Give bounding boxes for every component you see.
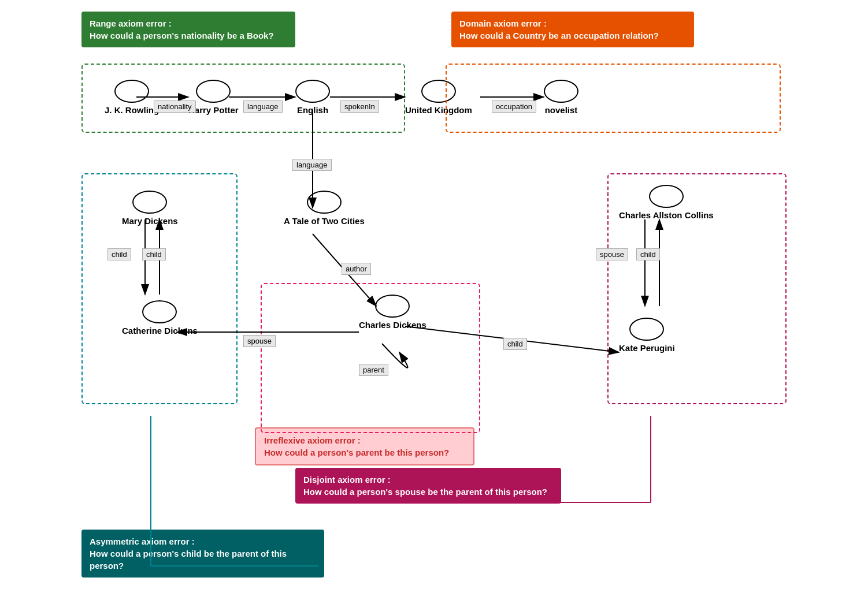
region-green: [81, 64, 405, 133]
domain-error-title: Domain axiom error :: [459, 18, 547, 28]
range-error-desc: How could a person's nationality be a Bo…: [90, 31, 274, 40]
edge-spouse2: spouse: [596, 248, 628, 260]
edge-child3: child: [503, 338, 527, 350]
tale-two-cities-ellipse: [307, 191, 342, 214]
edge-language1: language: [243, 100, 283, 113]
edge-language2: language: [292, 159, 332, 171]
edge-spouse1: spouse: [243, 335, 276, 347]
domain-error-desc: How could a Country be an occupation rel…: [459, 31, 659, 40]
irreflexive-error-title: Irreflexive axiom error :: [264, 435, 361, 445]
edge-occupation: occupation: [492, 100, 536, 113]
region-orange: [446, 64, 781, 133]
asymmetric-error-box: Asymmetric axiom error : How could a per…: [81, 530, 324, 578]
range-error-box: Range axiom error : How could a person's…: [81, 12, 295, 47]
disjoint-error-box: Disjoint axiom error : How could a perso…: [295, 468, 561, 504]
range-error-title: Range axiom error :: [90, 18, 172, 28]
region-teal: [81, 173, 238, 404]
edge-spokenin: spokenIn: [340, 100, 379, 113]
domain-error-box: Domain axiom error : How could a Country…: [451, 12, 694, 47]
asymmetric-error-title: Asymmetric axiom error :: [90, 537, 195, 546]
region-magenta: [607, 173, 787, 404]
disjoint-error-title: Disjoint axiom error :: [303, 475, 391, 485]
edge-parent: parent: [359, 364, 388, 376]
edge-child4: child: [636, 248, 660, 260]
edge-nationality: nationality: [154, 100, 196, 113]
edge-child2: child: [142, 248, 166, 260]
tale-two-cities-label: A Tale of Two Cities: [284, 216, 365, 226]
asymmetric-error-desc: How could a person's child be the parent…: [90, 549, 287, 571]
node-tale-two-cities: A Tale of Two Cities: [284, 191, 365, 226]
irreflexive-error-desc: How could a person's parent be this pers…: [264, 448, 449, 457]
edge-child1: child: [107, 248, 131, 260]
region-pink: [261, 283, 480, 433]
edge-author: author: [342, 263, 371, 275]
disjoint-error-desc: How could a person's spouse be the paren…: [303, 487, 547, 497]
